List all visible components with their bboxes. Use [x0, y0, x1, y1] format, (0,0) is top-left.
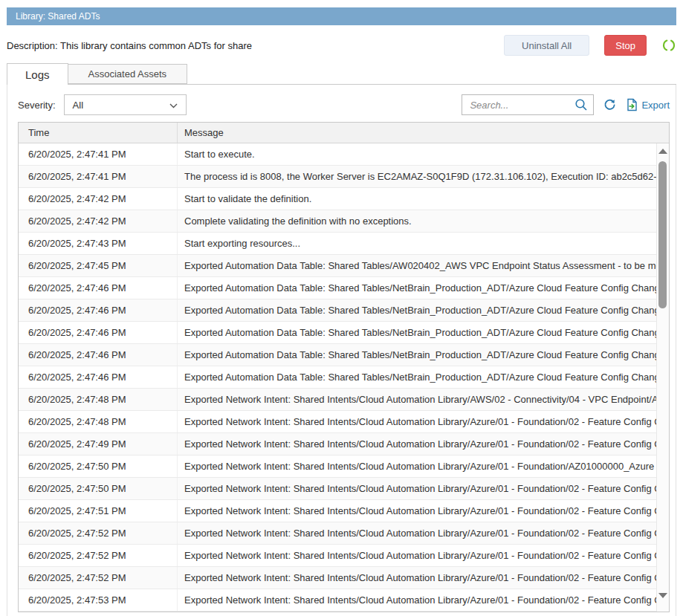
export-icon: [626, 98, 638, 111]
time-cell: 6/20/2025, 2:47:41 PM: [19, 143, 178, 165]
loading-spinner-icon: [661, 38, 676, 53]
time-cell: 6/20/2025, 2:47:43 PM: [19, 233, 178, 254]
search-input[interactable]: [470, 100, 574, 111]
time-cell: 6/20/2025, 2:47:50 PM: [19, 455, 178, 477]
panel-title: Library: Shared ADTs: [16, 11, 100, 22]
chevron-down-icon: [169, 100, 178, 111]
time-cell: 6/20/2025, 2:47:52 PM: [19, 545, 178, 566]
message-cell: Complete validating the definition with …: [178, 210, 669, 232]
search-box: [462, 94, 594, 115]
time-cell: 6/20/2025, 2:47:45 PM: [19, 255, 178, 276]
table-row[interactable]: 6/20/2025, 2:47:42 PM Start to validate …: [19, 188, 669, 210]
panel-title-bar: Library: Shared ADTs: [7, 7, 676, 25]
severity-selected-value: All: [73, 100, 83, 111]
table-row[interactable]: 6/20/2025, 2:47:46 PM Exported Automatio…: [19, 299, 669, 322]
time-cell: 6/20/2025, 2:47:46 PM: [19, 344, 178, 366]
message-cell: Exported Network Intent: Shared Intents/…: [178, 567, 669, 589]
table-row[interactable]: 6/20/2025, 2:47:51 PM Exported Network I…: [19, 500, 669, 522]
message-cell: Exported Automation Data Table: Shared T…: [178, 277, 669, 299]
table-row[interactable]: 6/20/2025, 2:47:48 PM Exported Network I…: [19, 389, 669, 411]
column-header-time[interactable]: Time: [19, 123, 178, 143]
message-cell: Exported Network Intent: Shared Intents/…: [178, 411, 669, 432]
message-cell: Exported Automation Data Table: Shared T…: [178, 299, 669, 321]
time-cell: 6/20/2025, 2:47:52 PM: [19, 567, 178, 589]
table-row[interactable]: 6/20/2025, 2:47:41 PM Start to execute.: [19, 143, 669, 166]
time-cell: 6/20/2025, 2:47:50 PM: [19, 478, 178, 499]
table-row[interactable]: 6/20/2025, 2:47:43 PM Start exporting re…: [19, 233, 669, 255]
tab-associated-assets-label: Associated Assets: [88, 68, 167, 80]
message-cell: Exported Network Intent: Shared Intents/…: [178, 478, 669, 499]
message-cell: Exported Network Intent: Shared Intents/…: [178, 589, 669, 611]
table-row[interactable]: 6/20/2025, 2:47:45 PM Exported Automatio…: [19, 255, 669, 277]
time-cell: 6/20/2025, 2:47:42 PM: [19, 188, 178, 210]
time-cell: 6/20/2025, 2:47:46 PM: [19, 322, 178, 343]
message-cell: Exported Network Intent: Shared Intents/…: [178, 522, 669, 544]
table-row[interactable]: 6/20/2025, 2:47:53 PM Exported Network I…: [19, 589, 669, 612]
logs-tab-content: Severity: All: [7, 85, 676, 616]
table-row[interactable]: 6/20/2025, 2:47:46 PM Exported Automatio…: [19, 366, 669, 389]
tab-logs-label: Logs: [25, 68, 50, 81]
message-cell: Exported Network Intent: Shared Intents/…: [178, 545, 669, 566]
table-row[interactable]: 6/20/2025, 2:47:49 PM Exported Network I…: [19, 433, 669, 455]
message-cell: Exported Network Intent: Shared Intents/…: [178, 389, 669, 410]
library-panel: Library: Shared ADTs Description: This l…: [0, 0, 683, 616]
time-cell: 6/20/2025, 2:47:49 PM: [19, 433, 178, 455]
time-cell: 6/20/2025, 2:47:48 PM: [19, 389, 178, 410]
time-cell: 6/20/2025, 2:47:46 PM: [19, 277, 178, 299]
table-header-row: Time Message: [19, 123, 669, 143]
message-cell: Exported Network Intent: Shared Intents/…: [178, 500, 669, 522]
table-body: 6/20/2025, 2:47:41 PM Start to execute. …: [19, 143, 669, 612]
message-cell: Start to validate the definition.: [178, 188, 669, 210]
message-cell: Exported Automation Data Table: Shared T…: [178, 344, 669, 366]
export-label: Export: [641, 100, 670, 111]
message-cell: Exported Automation Data Table: Shared T…: [178, 255, 669, 276]
message-cell: Exported Network Intent: Shared Intents/…: [178, 455, 669, 477]
search-area: Export: [462, 94, 670, 115]
table-row[interactable]: 6/20/2025, 2:47:50 PM Exported Network I…: [19, 455, 669, 478]
table-row[interactable]: 6/20/2025, 2:47:48 PM Exported Network I…: [19, 411, 669, 433]
table-row[interactable]: 6/20/2025, 2:47:42 PM Complete validatin…: [19, 210, 669, 233]
time-cell: 6/20/2025, 2:47:42 PM: [19, 210, 178, 232]
time-cell: 6/20/2025, 2:47:48 PM: [19, 411, 178, 432]
time-cell: 6/20/2025, 2:47:51 PM: [19, 500, 178, 522]
severity-label: Severity:: [18, 100, 56, 111]
table-row[interactable]: 6/20/2025, 2:47:46 PM Exported Automatio…: [19, 322, 669, 344]
action-buttons: Uninstall All Stop: [504, 35, 676, 56]
tab-associated-assets[interactable]: Associated Assets: [68, 64, 188, 84]
uninstall-all-button[interactable]: Uninstall All: [504, 35, 589, 56]
column-header-message[interactable]: Message: [178, 123, 669, 143]
scroll-down-arrow-icon[interactable]: [658, 593, 667, 598]
time-cell: 6/20/2025, 2:47:46 PM: [19, 366, 178, 388]
table-row[interactable]: 6/20/2025, 2:47:52 PM Exported Network I…: [19, 545, 669, 567]
logs-toolbar: Severity: All: [18, 94, 670, 115]
scroll-up-arrow-icon[interactable]: [658, 149, 667, 154]
table-row[interactable]: 6/20/2025, 2:47:52 PM Exported Network I…: [19, 567, 669, 589]
severity-dropdown[interactable]: All: [64, 94, 187, 115]
export-button[interactable]: Export: [626, 98, 670, 111]
refresh-icon[interactable]: [603, 99, 616, 111]
vertical-scrollbar[interactable]: [656, 143, 669, 612]
time-cell: 6/20/2025, 2:47:53 PM: [19, 589, 178, 611]
time-cell: 6/20/2025, 2:47:41 PM: [19, 166, 178, 187]
message-cell: Exported Network Intent: Shared Intents/…: [178, 433, 669, 455]
description-row: Description: This library contains commo…: [7, 35, 676, 56]
time-cell: 6/20/2025, 2:47:52 PM: [19, 522, 178, 544]
table-row[interactable]: 6/20/2025, 2:47:46 PM Exported Automatio…: [19, 344, 669, 366]
search-icon[interactable]: [574, 98, 588, 111]
message-cell: Start to execute.: [178, 143, 669, 165]
message-cell: The process id is 8008, the Worker Serve…: [178, 166, 669, 187]
message-cell: Exported Automation Data Table: Shared T…: [178, 322, 669, 343]
log-table: Time Message 6/20/2025, 2:47:41 PM Start…: [18, 122, 670, 612]
table-row[interactable]: 6/20/2025, 2:47:41 PM The process id is …: [19, 166, 669, 188]
stop-button[interactable]: Stop: [604, 35, 647, 56]
tab-bar: Logs Associated Assets: [7, 63, 676, 85]
table-row[interactable]: 6/20/2025, 2:47:52 PM Exported Network I…: [19, 522, 669, 545]
message-cell: Exported Automation Data Table: Shared T…: [178, 366, 669, 388]
tab-logs[interactable]: Logs: [7, 63, 68, 85]
library-description: Description: This library contains commo…: [7, 40, 252, 51]
scrollbar-thumb[interactable]: [658, 161, 667, 308]
table-row[interactable]: 6/20/2025, 2:47:50 PM Exported Network I…: [19, 478, 669, 500]
severity-filter: Severity: All: [18, 94, 187, 115]
table-row[interactable]: 6/20/2025, 2:47:46 PM Exported Automatio…: [19, 277, 669, 299]
time-cell: 6/20/2025, 2:47:46 PM: [19, 299, 178, 321]
